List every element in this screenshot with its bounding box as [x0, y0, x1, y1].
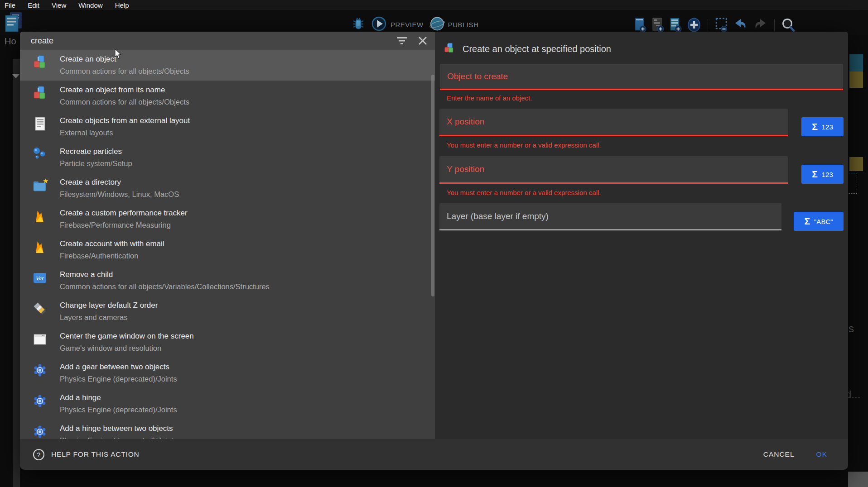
result-subtitle: Firebase/Performance Measuring — [60, 221, 188, 229]
result-row[interactable]: VarRemove a childCommon actions for all … — [20, 265, 435, 296]
expression-builder-button[interactable]: Σ123 — [801, 117, 844, 136]
publish-globe-icon[interactable] — [429, 16, 445, 33]
menu-window[interactable]: Window — [78, 1, 102, 9]
result-row[interactable]: Add a gear between two objectsPhysics En… — [20, 358, 435, 388]
scene-object-fragment — [849, 157, 863, 171]
toolbar-divider — [774, 19, 775, 33]
result-subtitle: Firebase/Authentication — [60, 252, 164, 260]
action-detail-panel: Create an object at specified position O… — [435, 32, 848, 439]
help-button[interactable]: ? HELP FOR THIS ACTION — [33, 449, 140, 461]
result-row[interactable]: Center the game window on the screenGame… — [20, 327, 435, 358]
result-text: Create an objectCommon actions for all o… — [60, 50, 189, 75]
result-subtitle: Particle system/Setup — [60, 159, 132, 167]
result-row[interactable]: Change layer default Z orderLayers and c… — [20, 296, 435, 327]
result-text: Add a hinge between two objectsPhysics E… — [60, 419, 177, 439]
y-position-input[interactable]: Y position — [439, 156, 788, 184]
result-row[interactable]: Recreate particlesParticle system/Setup — [20, 142, 435, 173]
help-circle-icon: ? — [33, 449, 45, 461]
result-text: Recreate particlesParticle system/Setup — [60, 142, 132, 167]
result-title: Add a hinge — [60, 393, 177, 402]
result-title: Recreate particles — [60, 147, 132, 156]
field-row-x-position: X positionΣ123 — [439, 109, 844, 136]
result-row[interactable]: ★Create a directoryFilesystem/Windows, L… — [20, 173, 435, 204]
svg-text:★: ★ — [43, 177, 48, 185]
detail-header: Create an object at specified position — [439, 32, 844, 59]
result-row[interactable]: Create a custom performance trackerFireb… — [20, 204, 435, 234]
toolbar-divider — [708, 19, 708, 33]
project-manager-icon[interactable] — [4, 12, 23, 34]
result-title: Center the game window on the screen — [60, 332, 194, 340]
filter-icon[interactable] — [396, 35, 408, 46]
dialog-footer: ? HELP FOR THIS ACTION CANCEL OK — [20, 439, 848, 470]
variable-badge-icon: Var — [32, 270, 48, 286]
result-text: Create a custom performance trackerFireb… — [60, 204, 188, 229]
preview-play-icon[interactable] — [371, 16, 386, 33]
menu-edit[interactable]: Edit — [28, 1, 39, 9]
result-text: Create account with with emailFirebase/A… — [60, 234, 164, 260]
result-subtitle: Common actions for all objects/Objects — [60, 98, 189, 106]
result-row[interactable]: Add a hingePhysics Engine (deprecated)/J… — [20, 388, 435, 419]
result-subtitle: Layers and cameras — [60, 313, 158, 321]
field-row-object-to-create: Object to create — [439, 64, 844, 90]
particles-icon — [32, 147, 48, 163]
result-subtitle: Game's window and resolution — [60, 344, 194, 352]
y-position-placeholder: Y position — [447, 164, 484, 174]
field-message: Enter the name of an object. — [439, 90, 844, 109]
result-row[interactable]: Create account with with emailFirebase/A… — [20, 234, 435, 265]
field-message: You must enter a number or a valid expre… — [439, 136, 844, 156]
scene-object-fragment — [849, 72, 863, 88]
detail-title: Create an object at specified position — [463, 44, 611, 54]
result-text: Create an object from its nameCommon act… — [60, 81, 189, 106]
external-layout-icon — [32, 116, 48, 132]
search-results-list: Create an objectCommon actions for all o… — [20, 50, 435, 439]
result-subtitle: Physics Engine (deprecated)/Joints — [60, 375, 177, 383]
expression-type-label: "ABC" — [814, 218, 833, 225]
preview-button[interactable]: PREVIEW — [391, 21, 424, 29]
result-subtitle: Filesystem/Windows, Linux, MacOS — [60, 190, 179, 198]
firebase-flame-icon — [32, 239, 48, 255]
result-title: Remove a child — [60, 270, 270, 279]
objects-cubes-icon — [443, 42, 455, 56]
debug-bug-icon[interactable] — [352, 17, 365, 33]
result-text: Create a directoryFilesystem/Windows, Li… — [60, 173, 179, 198]
scrollbar-thumb[interactable] — [431, 75, 434, 296]
objects-cubes-icon — [32, 85, 48, 101]
x-position-placeholder: X position — [447, 117, 484, 127]
result-subtitle: Common actions for all objects/Objects — [60, 67, 189, 75]
result-text: Remove a childCommon actions for all obj… — [60, 265, 270, 291]
result-row[interactable]: Create an object from its nameCommon act… — [20, 81, 435, 111]
layer-zorder-icon — [32, 301, 48, 317]
result-row[interactable]: Create objects from an external layoutEx… — [20, 111, 435, 142]
field-message: You must enter a number or a valid expre… — [439, 184, 844, 203]
menu-bar: File Edit View Window Help — [0, 0, 868, 10]
expression-type-label: 123 — [822, 171, 833, 178]
x-position-input[interactable]: X position — [439, 109, 788, 136]
expression-type-label: 123 — [822, 123, 833, 131]
svg-text:?: ? — [37, 451, 41, 458]
menu-help[interactable]: Help — [115, 1, 129, 9]
layer-input[interactable]: Layer (base layer if empty) — [439, 203, 781, 230]
svg-text:Var: Var — [36, 275, 44, 282]
cancel-button[interactable]: CANCEL — [763, 450, 795, 458]
publish-button[interactable]: PUBLISH — [448, 21, 479, 29]
result-title: Create an object from its name — [60, 86, 189, 94]
expression-builder-button[interactable]: Σ"ABC" — [794, 212, 844, 231]
sigma-icon: Σ — [804, 216, 810, 227]
expression-builder-button[interactable]: Σ123 — [801, 165, 844, 184]
result-text: Center the game window on the screenGame… — [60, 327, 194, 352]
help-label: HELP FOR THIS ACTION — [51, 450, 140, 458]
menu-file[interactable]: File — [5, 1, 15, 9]
result-title: Add a gear between two objects — [60, 363, 177, 371]
result-row[interactable]: Add a hinge between two objectsPhysics E… — [20, 419, 435, 439]
ok-button[interactable]: OK — [816, 450, 827, 458]
sigma-icon: Σ — [812, 169, 818, 180]
result-row[interactable]: Create an objectCommon actions for all o… — [20, 50, 435, 81]
result-title: Create a custom performance tracker — [60, 209, 188, 217]
search-input[interactable]: create — [20, 32, 435, 50]
result-text: Change layer default Z orderLayers and c… — [60, 296, 158, 321]
scene-text-fragment: s — [849, 322, 854, 335]
object-to-create-input[interactable]: Object to create — [440, 64, 843, 90]
menu-view[interactable]: View — [52, 1, 66, 9]
background-panel-edge — [13, 59, 20, 487]
close-icon[interactable] — [418, 36, 428, 46]
